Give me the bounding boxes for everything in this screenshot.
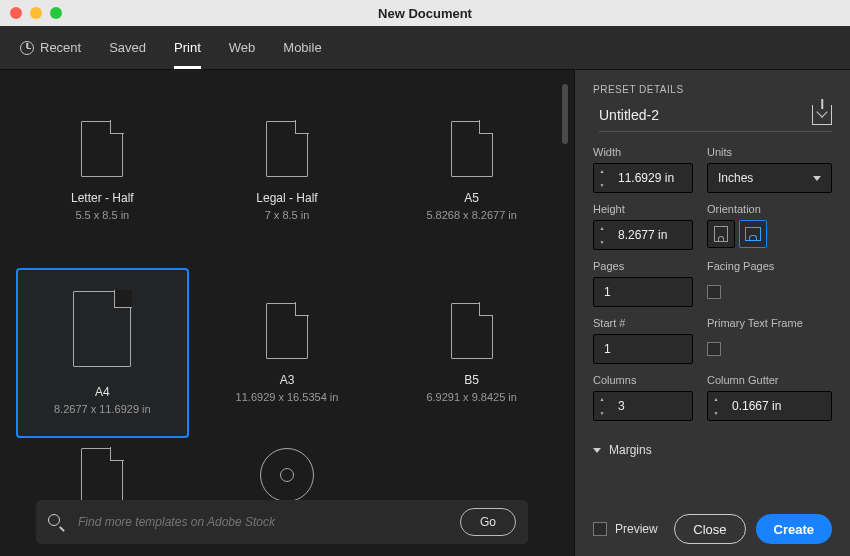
close-button[interactable]: Close — [674, 514, 745, 544]
document-icon — [451, 121, 493, 177]
start-number-label: Start # — [593, 317, 693, 329]
facing-pages-label: Facing Pages — [707, 260, 832, 272]
tab-mobile[interactable]: Mobile — [283, 26, 321, 69]
window-title: New Document — [0, 6, 850, 21]
units-label: Units — [707, 146, 832, 158]
units-select[interactable]: Inches — [707, 163, 832, 193]
preset-legal-half[interactable]: Legal - Half 7 x 8.5 in — [201, 86, 374, 256]
preview-label: Preview — [615, 522, 658, 536]
stepper-down-icon[interactable]: ▼ — [594, 178, 610, 192]
preset-dims: 11.6929 x 16.5354 in — [236, 391, 339, 403]
preset-letter-half[interactable]: Letter - Half 5.5 x 8.5 in — [16, 86, 189, 256]
preset-name: A3 — [280, 373, 295, 387]
preset-dims: 7 x 8.5 in — [265, 209, 310, 221]
tab-recent-label: Recent — [40, 40, 81, 55]
document-icon — [73, 291, 131, 367]
preset-name: B5 — [464, 373, 479, 387]
landscape-icon — [745, 227, 761, 241]
stepper-down-icon[interactable]: ▼ — [594, 235, 610, 249]
primary-text-frame-label: Primary Text Frame — [707, 317, 832, 329]
orientation-portrait-button[interactable] — [707, 220, 735, 248]
preset-dims: 6.9291 x 9.8425 in — [426, 391, 517, 403]
search-icon — [48, 514, 64, 530]
stepper-down-icon[interactable]: ▼ — [708, 406, 724, 420]
preset-a5[interactable]: A5 5.8268 x 8.2677 in — [385, 86, 558, 256]
portrait-icon — [714, 226, 728, 242]
stepper-down-icon[interactable]: ▼ — [594, 406, 610, 420]
preset-dims: 5.5 x 8.5 in — [75, 209, 129, 221]
height-label: Height — [593, 203, 693, 215]
columns-value: 3 — [610, 399, 692, 413]
margins-label: Margins — [609, 443, 652, 457]
width-value: 11.6929 in — [610, 171, 692, 185]
preset-details-panel: PRESET DETAILS Width ▲▼ 11.6929 in Units… — [574, 70, 850, 556]
column-gutter-label: Column Gutter — [707, 374, 832, 386]
preset-name: A5 — [464, 191, 479, 205]
height-input[interactable]: ▲▼ 8.2677 in — [593, 220, 693, 250]
margins-section-toggle[interactable]: Margins — [593, 443, 832, 457]
primary-text-frame-checkbox[interactable] — [707, 342, 721, 356]
document-icon — [266, 303, 308, 359]
preset-dims: 5.8268 x 8.2677 in — [426, 209, 517, 221]
tab-web[interactable]: Web — [229, 26, 256, 69]
document-name-input[interactable] — [599, 107, 769, 123]
start-number-input[interactable]: 1 — [593, 334, 693, 364]
clock-icon — [20, 41, 34, 55]
preview-checkbox[interactable] — [593, 522, 607, 536]
column-gutter-input[interactable]: ▲▼ 0.1667 in — [707, 391, 832, 421]
preset-b5[interactable]: B5 6.9291 x 9.8425 in — [385, 268, 558, 438]
chevron-down-icon — [593, 448, 601, 453]
units-value: Inches — [718, 171, 753, 185]
category-tabs: Recent Saved Print Web Mobile — [0, 26, 850, 70]
document-icon[interactable] — [81, 448, 123, 504]
titlebar: New Document — [0, 0, 850, 26]
stepper-up-icon[interactable]: ▲ — [594, 392, 610, 406]
document-icon — [81, 121, 123, 177]
create-button[interactable]: Create — [756, 514, 832, 544]
document-icon — [266, 121, 308, 177]
height-value: 8.2677 in — [610, 228, 692, 242]
orientation-label: Orientation — [707, 203, 832, 215]
preset-dims: 8.2677 x 11.6929 in — [54, 403, 151, 415]
width-label: Width — [593, 146, 693, 158]
preset-gallery: Letter - Half 5.5 x 8.5 in Legal - Half … — [0, 70, 574, 556]
pages-input[interactable]: 1 — [593, 277, 693, 307]
chevron-down-icon — [813, 176, 821, 181]
download-preset-icon[interactable] — [812, 105, 832, 125]
columns-input[interactable]: ▲▼ 3 — [593, 391, 693, 421]
tab-print[interactable]: Print — [174, 26, 201, 69]
scrollbar[interactable] — [562, 84, 568, 144]
go-button[interactable]: Go — [460, 508, 516, 536]
preset-a4[interactable]: A4 8.2677 x 11.6929 in — [16, 268, 189, 438]
pages-label: Pages — [593, 260, 693, 272]
stepper-up-icon[interactable]: ▲ — [594, 221, 610, 235]
preset-name: Letter - Half — [71, 191, 134, 205]
preset-a3[interactable]: A3 11.6929 x 16.5354 in — [201, 268, 374, 438]
tab-recent[interactable]: Recent — [20, 26, 81, 69]
orientation-landscape-button[interactable] — [739, 220, 767, 248]
tab-saved[interactable]: Saved — [109, 26, 146, 69]
preset-details-header: PRESET DETAILS — [593, 84, 832, 95]
preset-name: Legal - Half — [256, 191, 317, 205]
preview-toggle[interactable]: Preview — [593, 522, 658, 536]
document-icon — [451, 303, 493, 359]
stock-search-input[interactable] — [78, 515, 446, 529]
facing-pages-checkbox[interactable] — [707, 285, 721, 299]
columns-label: Columns — [593, 374, 693, 386]
stock-search-bar: Go — [36, 500, 528, 544]
disc-icon[interactable] — [260, 448, 314, 502]
stepper-up-icon[interactable]: ▲ — [594, 164, 610, 178]
preset-name: A4 — [95, 385, 110, 399]
column-gutter-value: 0.1667 in — [724, 399, 831, 413]
stepper-up-icon[interactable]: ▲ — [708, 392, 724, 406]
width-input[interactable]: ▲▼ 11.6929 in — [593, 163, 693, 193]
